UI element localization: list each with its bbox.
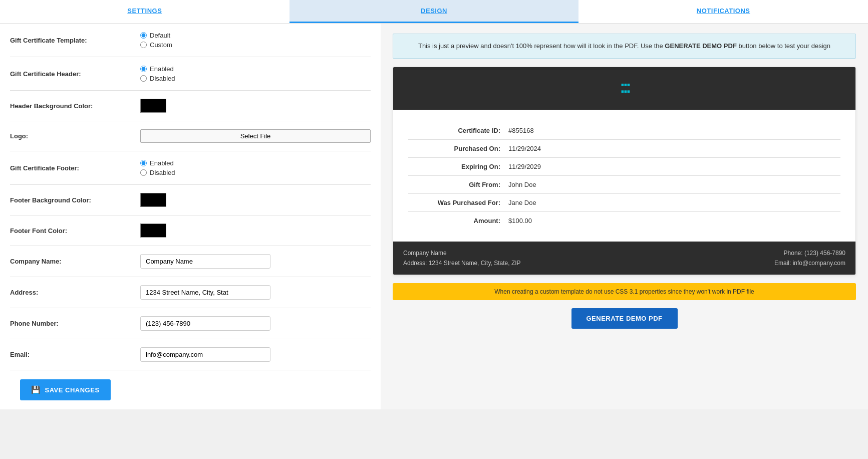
footer-bg-color-swatch[interactable]: [140, 193, 166, 207]
footer-font-color-control: [140, 223, 371, 238]
cert-expiring-value: 11/29/2029: [508, 163, 840, 170]
header-enabled-radio[interactable]: [140, 66, 147, 72]
footer-email: Email: info@company.com: [774, 260, 845, 267]
save-icon: 💾: [31, 385, 41, 394]
cert-amount-row: Amount: $100.00: [408, 212, 840, 230]
email-control: [140, 347, 371, 362]
cert-id-row: Certificate ID: #855168: [408, 122, 840, 140]
info-text-pre: This is just a preview and doesn't 100% …: [418, 42, 665, 50]
header-control: Enabled Disabled: [140, 65, 371, 82]
header-bg-color-label: Header Background Color:: [10, 102, 140, 110]
template-custom-radio[interactable]: [140, 42, 147, 48]
cert-purchased-value: 11/29/2024: [508, 145, 840, 152]
cert-amount-value: $100.00: [508, 217, 840, 224]
tab-bar: SETTINGS DESIGN NOTIFICATIONS: [0, 0, 868, 24]
main-content: Gift Certificate Template: Default Custo…: [0, 24, 868, 409]
footer-font-color-label: Footer Font Color:: [10, 227, 140, 235]
footer-company: Company Name: [403, 250, 447, 257]
footer-bg-color-control: [140, 193, 371, 207]
phone-row: Phone Number:: [10, 308, 371, 339]
footer-disabled-radio[interactable]: [140, 169, 147, 176]
header-enabled-option[interactable]: Enabled: [140, 65, 371, 73]
company-name-input[interactable]: [140, 254, 270, 269]
tab-settings[interactable]: SETTINGS: [0, 0, 290, 23]
right-panel: This is just a preview and doesn't 100% …: [381, 24, 868, 409]
cert-gift-from-row: Gift From: John Doe: [408, 176, 840, 194]
header-bg-color-swatch[interactable]: [140, 99, 166, 113]
logo-mark: ˸˸˸: [620, 79, 629, 98]
phone-label: Phone Number:: [10, 320, 140, 327]
address-label: Address:: [10, 289, 140, 296]
template-custom-label: Custom: [150, 41, 172, 49]
company-name-label: Company Name:: [10, 258, 140, 265]
footer-enabled-label: Enabled: [150, 159, 174, 167]
header-bg-color-row: Header Background Color:: [10, 91, 371, 121]
header-disabled-radio[interactable]: [140, 75, 147, 82]
phone-input[interactable]: [140, 316, 270, 331]
cert-id-value: #855168: [508, 127, 840, 134]
email-row: Email:: [10, 339, 371, 370]
cert-purchased-for-row: Was Purchased For: Jane Doe: [408, 194, 840, 212]
footer-bg-color-label: Footer Background Color:: [10, 196, 140, 204]
template-custom-option[interactable]: Custom: [140, 41, 371, 49]
template-radio-group: Default Custom: [140, 32, 371, 49]
select-file-button[interactable]: Select File: [140, 129, 371, 143]
address-input[interactable]: [140, 285, 270, 300]
preview-card: ˸˸˸ Certificate ID: #855168 Purchased On…: [393, 67, 856, 275]
preview-card-body: Certificate ID: #855168 Purchased On: 11…: [393, 110, 855, 242]
template-default-label: Default: [150, 32, 170, 39]
footer-phone: Phone: (123) 456-7890: [784, 250, 845, 257]
logo-label: Logo:: [10, 132, 140, 140]
cert-expiring-row: Expiring On: 11/29/2029: [408, 158, 840, 176]
footer-bg-color-row: Footer Background Color:: [10, 185, 371, 215]
cert-purchased-label: Purchased On:: [408, 145, 508, 152]
cert-expiring-label: Expiring On:: [408, 163, 508, 170]
footer-disabled-option[interactable]: Disabled: [140, 169, 371, 176]
footer-row-2: Address: 1234 Street Name, City, State, …: [403, 260, 845, 267]
footer-font-color-row: Footer Font Color:: [10, 215, 371, 246]
address-row: Address:: [10, 277, 371, 308]
warning-box: When creating a custom template do not u…: [393, 283, 856, 300]
left-panel: Gift Certificate Template: Default Custo…: [0, 24, 381, 409]
preview-card-header: ˸˸˸: [393, 67, 855, 110]
footer-font-color-swatch[interactable]: [140, 223, 166, 238]
template-default-option[interactable]: Default: [140, 32, 371, 39]
save-changes-label: SAVE CHANGES: [45, 386, 100, 394]
save-bar: 💾 SAVE CHANGES: [10, 370, 371, 409]
company-name-control: [140, 254, 371, 269]
cert-id-label: Certificate ID:: [408, 127, 508, 134]
tab-design[interactable]: DESIGN: [290, 0, 579, 23]
template-row: Gift Certificate Template: Default Custo…: [10, 24, 371, 57]
footer-radio-group: Enabled Disabled: [140, 159, 371, 176]
header-radio-group: Enabled Disabled: [140, 65, 371, 82]
footer-row-1: Company Name Phone: (123) 456-7890: [403, 250, 845, 257]
tab-notifications[interactable]: NOTIFICATIONS: [578, 0, 868, 23]
info-bold: GENERATE DEMO PDF: [665, 42, 737, 50]
preview-card-footer: Company Name Phone: (123) 456-7890 Addre…: [393, 242, 855, 275]
cert-purchased-row: Purchased On: 11/29/2024: [408, 140, 840, 158]
footer-enabled-radio[interactable]: [140, 160, 147, 166]
cert-purchased-for-label: Was Purchased For:: [408, 199, 508, 206]
header-label: Gift Certificate Header:: [10, 70, 140, 78]
header-disabled-option[interactable]: Disabled: [140, 75, 371, 82]
footer-control: Enabled Disabled: [140, 159, 371, 176]
email-input[interactable]: [140, 347, 270, 362]
footer-row: Gift Certificate Footer: Enabled Disable…: [10, 151, 371, 185]
footer-enabled-option[interactable]: Enabled: [140, 159, 371, 167]
cert-purchased-for-value: Jane Doe: [508, 199, 840, 206]
cert-amount-label: Amount:: [408, 217, 508, 224]
header-enabled-label: Enabled: [150, 65, 174, 73]
preview-info-box: This is just a preview and doesn't 100% …: [393, 34, 856, 59]
header-disabled-label: Disabled: [150, 75, 175, 82]
template-default-radio[interactable]: [140, 32, 147, 39]
cert-gift-from-label: Gift From:: [408, 181, 508, 188]
logo-row: Logo: Select File: [10, 121, 371, 151]
footer-address: Address: 1234 Street Name, City, State, …: [403, 260, 521, 267]
company-name-row: Company Name:: [10, 246, 371, 277]
footer-label: Gift Certificate Footer:: [10, 164, 140, 172]
footer-disabled-label: Disabled: [150, 169, 175, 176]
generate-demo-pdf-button[interactable]: GENERATE DEMO PDF: [571, 308, 678, 329]
address-control: [140, 285, 371, 300]
phone-control: [140, 316, 371, 331]
save-changes-button[interactable]: 💾 SAVE CHANGES: [20, 379, 111, 400]
